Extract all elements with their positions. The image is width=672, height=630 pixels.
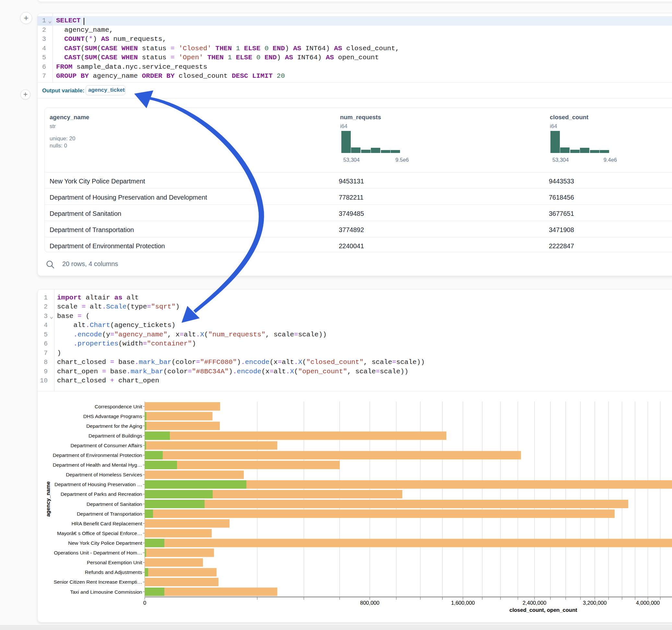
- svg-text:Department of Parks and Recrea: Department of Parks and Recreation: [61, 491, 142, 497]
- svg-text:1,600,000: 1,600,000: [451, 600, 475, 606]
- svg-text:3,200,000: 3,200,000: [583, 600, 606, 606]
- svg-text:Department of Environmental Pr: Department of Environmental Protection: [53, 453, 142, 458]
- svg-text:Operations Unit - Department o: Operations Unit - Department of Hom…: [54, 550, 142, 555]
- svg-text:Department of Homeless Service: Department of Homeless Services: [66, 472, 142, 477]
- svg-text:Taxi and Limousine Commission: Taxi and Limousine Commission: [70, 589, 142, 595]
- svg-text:Department of Transportation: Department of Transportation: [77, 511, 142, 516]
- svg-text:4,000,000: 4,000,000: [636, 600, 660, 606]
- svg-text:0: 0: [143, 600, 146, 606]
- svg-text:HRA Benefit Card Replacement: HRA Benefit Card Replacement: [72, 521, 143, 526]
- svg-text:DHS Advantage Programs: DHS Advantage Programs: [83, 413, 142, 419]
- svg-text:Correspondence Unit: Correspondence Unit: [95, 404, 142, 409]
- svg-text:Department of Sanitation: Department of Sanitation: [87, 501, 142, 507]
- svg-text:2,400,000: 2,400,000: [523, 600, 546, 606]
- svg-text:Refunds and Adjustments: Refunds and Adjustments: [85, 570, 142, 575]
- svg-text:800,000: 800,000: [360, 600, 380, 606]
- svg-text:Senior Citizen Rent Increase E: Senior Citizen Rent Increase Exempti…: [53, 579, 142, 585]
- svg-text:Department of Health and Menta: Department of Health and Mental Hyg…: [53, 462, 142, 468]
- svg-text:Department for the Aging: Department for the Aging: [86, 423, 142, 429]
- svg-text:closed_count, open_count: closed_count, open_count: [509, 607, 577, 613]
- svg-text:Department of Buildings: Department of Buildings: [89, 433, 142, 438]
- svg-text:agency_name: agency_name: [45, 481, 51, 516]
- svg-text:Mayorâ€ s Office of Special En: Mayorâ€ s Office of Special Enforce…: [57, 531, 142, 536]
- svg-text:Department of Housing Preserva: Department of Housing Preservation …: [54, 482, 142, 487]
- svg-text:Department of Consumer Affairs: Department of Consumer Affairs: [70, 443, 142, 448]
- svg-text:Personal Exemption Unit: Personal Exemption Unit: [87, 560, 142, 565]
- svg-text:New York City Police Departmen: New York City Police Department: [68, 540, 142, 546]
